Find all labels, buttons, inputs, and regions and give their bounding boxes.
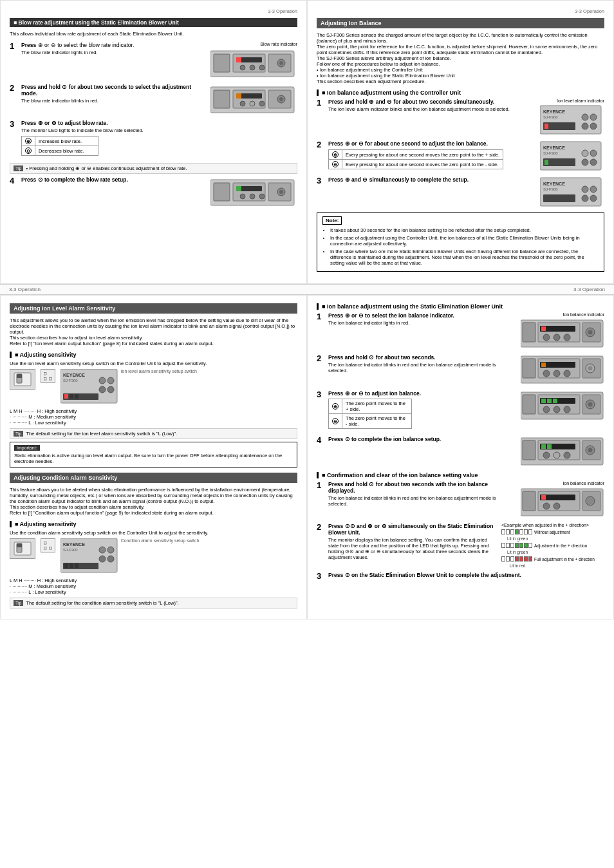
step-3-row: 3 Press ⊕ or ⊖ to adjust blow rate. The … (10, 120, 297, 158)
adj-cond-desc: Use the condition alarm sensitivity setu… (10, 530, 297, 536)
blower-step-3-content: 3 Press ⊕ or ⊖ to adjust ion balance. ⊕ … (317, 390, 511, 431)
confirm-device-svg-1 (521, 487, 604, 518)
ctrl-step-2-num: 2 (317, 140, 326, 149)
controller-unit-title: ■ Ion balance adjustment using the Contr… (317, 90, 604, 96)
svg-rect-127 (523, 395, 535, 414)
blow-rate-section-title: ■ Blow rate adjustment using the Static … (10, 18, 297, 27)
sensitivity-controls-1: □ □ □ KEYENCE SJ-F300 (41, 369, 118, 406)
svg-rect-81 (75, 394, 79, 399)
svg-point-117 (588, 366, 593, 371)
svg-rect-92 (63, 563, 98, 569)
ctrl-step-1-num: 1 (317, 99, 326, 107)
svg-rect-97 (523, 323, 535, 342)
ion-balance-title-bar: Adjusting Ion Balance (317, 18, 604, 28)
tip-box-1: Tip • Pressing and holding ⊕ or ⊖ enable… (10, 163, 297, 174)
step-3-sub: The monitor LED lights to indicate the b… (21, 127, 144, 133)
confirm-step-2-text: Press ⊙⊙ and ⊕ or ⊖ simultaneously on th… (328, 523, 498, 560)
svg-point-74 (99, 377, 106, 384)
step-2-image (204, 84, 297, 115)
svg-rect-122 (559, 363, 563, 367)
svg-rect-80 (70, 394, 73, 399)
svg-rect-21 (236, 93, 241, 99)
svg-point-124 (554, 370, 560, 377)
blower-step-2: 2 Press and hold ⊙ for about two seconds… (317, 354, 604, 385)
svg-point-75 (107, 377, 114, 384)
cond-alarm-title-bar: Adjusting Condition Alarm Sensitivity (10, 473, 297, 483)
svg-text:KEYENCE: KEYENCE (63, 542, 85, 547)
svg-rect-79 (64, 394, 68, 399)
svg-point-25 (240, 101, 245, 106)
svg-point-146 (588, 448, 593, 453)
bottom-right-panel: ■ Ion balance adjustment using the Stati… (307, 295, 614, 619)
blower-step-4-text: Press ⊙ to complete the ion balance setu… (328, 436, 441, 442)
ctrl-step-2-image: KEYENCE SJ-F300 (511, 140, 604, 171)
blow-rate-indicator-label: Blow rate indicator (260, 42, 297, 46)
ion-balance-indicator-label-2: Ion balance indicator (563, 481, 604, 486)
tip-text-2: The default setting for the ion level al… (26, 431, 177, 437)
svg-point-89 (107, 547, 114, 553)
svg-rect-35 (236, 186, 241, 191)
confirm-step-3-num: 3 (317, 572, 326, 580)
svg-text:KEYENCE: KEYENCE (543, 109, 565, 114)
note-box-1: Note: It takes about 30 seconds for the … (317, 212, 604, 272)
blower-step-2-text: Press and hold ⊙ for about two seconds. … (328, 354, 511, 373)
svg-rect-133 (541, 399, 546, 403)
step-1-content: 1 Press ⊕ or ⊖ to select the blow rate i… (10, 42, 204, 79)
svg-point-153 (554, 452, 560, 458)
svg-point-139 (554, 406, 560, 413)
step-1-text: Press ⊕ or ⊖ to select the blow rate ind… (21, 42, 134, 55)
step-1-row: 1 Press ⊕ or ⊖ to select the blow rate i… (10, 42, 297, 79)
switch-svg-1 (13, 372, 32, 387)
blower-step-2-sub: The ion balance indicator blinks in red … (328, 362, 511, 373)
blow-rate-desc: This allows individual blow rate adjustm… (10, 31, 297, 37)
svg-rect-162 (547, 495, 552, 500)
svg-rect-120 (547, 363, 552, 367)
blower-step-3-table: ⊕ The zero point moves to the + side. ⊖ … (328, 399, 412, 429)
svg-point-140 (564, 406, 570, 413)
svg-text:SJ-F300: SJ-F300 (543, 187, 558, 191)
svg-rect-137 (564, 399, 569, 403)
confirm-step-3-text: Press ⊙ on the Static Elimination Blower… (328, 572, 521, 578)
bar-sub-1: Lit in green (501, 536, 534, 541)
svg-rect-22 (243, 93, 248, 99)
step-1-num: 1 (10, 42, 19, 50)
note-list-1: It takes about 30 seconds for the ion ba… (330, 227, 599, 266)
ion-alarm-title-bar: Adjusting Ion Level Alarm Sensitivity (10, 303, 297, 314)
blower-step-3-num: 3 (317, 390, 326, 399)
svg-rect-150 (553, 444, 557, 449)
bar-row-3: Full adjustment in the + direction (501, 556, 604, 561)
ctrl-step-1-sub: The ion level alarm indicator blinks and… (328, 106, 510, 112)
svg-rect-149 (547, 444, 552, 449)
svg-point-101 (588, 330, 593, 335)
ion-switch-label-1: Ion level alarm sensitivity setup switch (121, 369, 197, 373)
blower-step-2-image (511, 354, 604, 385)
svg-rect-24 (256, 93, 261, 99)
bar-row-2: Adjustment in the + direction (501, 543, 604, 548)
ion-balance-desc: The SJ-F300 Series senses the charged am… (317, 32, 604, 84)
ctrl-step-2: 2 Press ⊕ or ⊖ for about one second to a… (317, 140, 604, 171)
svg-point-57 (590, 159, 597, 165)
svg-rect-84 (17, 543, 22, 547)
device-svg-2 (210, 84, 297, 115)
switch-svg-2 (13, 541, 32, 556)
svg-point-123 (543, 370, 550, 377)
svg-rect-37 (249, 186, 254, 191)
lmh-switch-2: □ □ □ (41, 538, 55, 552)
svg-rect-93 (64, 563, 68, 568)
svg-rect-121 (553, 363, 557, 367)
confirm-step-2-example: <Example when adjusted in the + directio… (501, 523, 604, 568)
step-4-row: 4 Press ⊙ to complete the blow rate setu… (10, 176, 297, 207)
svg-point-152 (543, 452, 550, 458)
ctrl-device-svg-2: KEYENCE SJ-F300 (540, 140, 604, 171)
cond-switch-label: Condition alarm sensitivity setup switch (121, 538, 200, 543)
bar-label-2: Adjustment in the + direction (534, 543, 587, 548)
blower-step-3: 3 Press ⊕ or ⊖ to adjust ion balance. ⊕ … (317, 390, 604, 431)
blower-step-4-image (511, 436, 604, 467)
blower-step-4: 4 Press ⊙ to complete the ion balance se… (317, 436, 604, 467)
ctrl-step-2-table: ⊕ Every pressing for about one second mo… (328, 149, 503, 169)
confirm-step-2-num: 2 (317, 523, 326, 531)
svg-point-110 (554, 334, 560, 341)
svg-rect-78 (63, 393, 98, 400)
blower-step-4-content: 4 Press ⊙ to complete the ion balance se… (317, 436, 511, 467)
switch-labels-2: L M H ········· H : High sensitivity · ·… (10, 578, 297, 595)
